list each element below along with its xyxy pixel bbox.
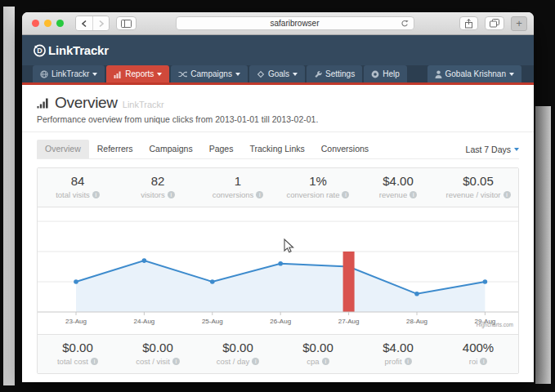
back-button[interactable] (76, 16, 92, 30)
page-title-suffix: LinkTrackr (123, 100, 164, 109)
info-icon[interactable]: i (172, 358, 180, 365)
stat-value: $0.05 (438, 174, 518, 188)
stat-label: conversion rate (287, 190, 340, 199)
info-icon[interactable]: i (405, 358, 412, 365)
info-icon[interactable]: i (256, 191, 263, 198)
wrench-icon (314, 70, 322, 78)
highcharts-credit[interactable]: Highcharts.com (477, 322, 513, 327)
tab-tracking-links[interactable]: Tracking Links (241, 140, 312, 158)
stat-value: 1% (278, 174, 358, 188)
tab-pages[interactable]: Pages (201, 140, 242, 158)
x-axis-label: 27-Aug (338, 318, 360, 325)
sidebar-button[interactable] (116, 16, 137, 30)
nav-item-settings[interactable]: Settings (307, 65, 362, 82)
stat-roi: 400% roii (438, 341, 518, 366)
stat-value: $0.00 (278, 341, 358, 354)
logo-d-icon: D (33, 43, 47, 57)
stat-label: total cost (57, 357, 88, 366)
tabs-icon (490, 19, 499, 28)
page-header: Overview LinkTrackr Performance overview… (22, 85, 534, 132)
info-icon[interactable]: i (410, 191, 417, 198)
x-axis-label: 23-Aug (65, 318, 87, 325)
browser-window: safaribrowser + D LinkTrackr (22, 12, 534, 382)
stat-cost-per-visit: $0.00 cost / visiti (118, 341, 198, 366)
stat-revenue: $4.00 revenuei (358, 174, 438, 199)
stat-total-visits: 84 total visitsi (38, 174, 118, 199)
stat-label: cost / day (217, 357, 250, 366)
nav-item-goals[interactable]: Goals (249, 65, 305, 82)
x-axis-label: 26-Aug (270, 318, 291, 325)
nav-item-campaigns[interactable]: Campaigns (171, 65, 248, 82)
close-window-button[interactable] (32, 20, 39, 27)
info-icon[interactable]: i (480, 358, 487, 365)
forward-button[interactable] (92, 16, 109, 30)
stats-row-bottom: $0.00 total costi $0.00 cost / visiti $0… (38, 334, 518, 373)
nav-item-help[interactable]: Help (364, 65, 407, 82)
logo-text: LinkTrackr (48, 43, 109, 57)
stat-value: 1 (198, 174, 278, 188)
tab-overview[interactable]: Overview (37, 140, 89, 158)
main-nav: LinkTrackr Reports Campaigns (22, 65, 534, 82)
share-icon (464, 19, 473, 29)
page-title: Overview (55, 94, 118, 112)
user-menu[interactable]: Gobala Krishnan (427, 65, 522, 82)
tab-conversions[interactable]: Conversions (313, 140, 377, 158)
info-icon[interactable]: i (322, 358, 329, 365)
info-icon[interactable]: i (168, 191, 175, 198)
bar-chart-icon (114, 70, 122, 78)
svg-text:D: D (37, 47, 43, 55)
date-range-label: Last 7 Days (466, 145, 511, 154)
minimize-window-button[interactable] (44, 20, 51, 27)
stat-value: $0.00 (118, 341, 198, 354)
info-icon[interactable]: i (504, 191, 511, 198)
new-tab-button[interactable]: + (511, 16, 527, 31)
sidebar-icon (121, 20, 132, 28)
stat-value: $0.00 (198, 341, 278, 354)
desktop-background: safaribrowser + D LinkTrackr (0, 0, 555, 392)
date-range-selector[interactable]: Last 7 Days (466, 145, 519, 154)
page-content: Overview LinkTrackr Performance overview… (22, 85, 534, 382)
nav-item-reports[interactable]: Reports (106, 65, 169, 82)
caret-down-icon (293, 73, 298, 76)
refresh-icon[interactable] (401, 20, 409, 28)
caret-down-icon (92, 73, 97, 76)
stat-label: revenue (379, 190, 407, 199)
linktrackr-logo[interactable]: D LinkTrackr (33, 43, 109, 57)
info-icon[interactable]: i (92, 191, 100, 198)
nav-label: Goals (268, 69, 289, 78)
info-icon[interactable]: i (91, 358, 98, 365)
x-axis-label: 28-Aug (406, 318, 427, 325)
address-bar[interactable]: safaribrowser (176, 16, 414, 30)
history-nav-group (75, 16, 110, 31)
stat-label: profit (384, 357, 401, 366)
tab-referrers[interactable]: Referrers (89, 140, 141, 158)
nav-item-linktrackr[interactable]: LinkTrackr (33, 65, 105, 82)
stat-cost-per-day: $0.00 cost / dayi (198, 341, 278, 366)
stat-cpa: $0.00 cpai (278, 341, 358, 366)
globe-icon (40, 70, 48, 78)
chevron-left-icon (81, 20, 87, 28)
stat-label: cost / visit (136, 357, 170, 366)
nav-label: Campaigns (190, 69, 232, 78)
stat-value: 400% (438, 341, 518, 354)
info-icon[interactable]: i (342, 191, 349, 198)
info-icon[interactable]: i (252, 358, 259, 365)
nav-label: Settings (325, 69, 355, 78)
tab-campaigns[interactable]: Campaigns (141, 140, 201, 158)
report-tabs: Overview Referrers Campaigns Pages Track… (37, 140, 519, 159)
stat-value: $4.00 (358, 341, 438, 354)
nav-label: LinkTrackr (51, 69, 89, 78)
x-axis-label: 24-Aug (134, 318, 155, 325)
site-header: D LinkTrackr (22, 35, 534, 65)
background-window-sliver-left (3, 7, 15, 385)
caret-down-icon (235, 73, 240, 76)
zoom-window-button[interactable] (56, 20, 64, 27)
nav-label: Reports (125, 69, 154, 78)
stats-and-chart-panel: 84 total visitsi 82 visitorsi 1 conversi… (37, 167, 519, 374)
stat-value: 82 (118, 174, 198, 188)
stat-profit: $4.00 profiti (358, 341, 438, 366)
share-button[interactable] (459, 16, 478, 30)
stat-conversion-rate: 1% conversion ratei (278, 174, 358, 199)
visits-chart[interactable]: 23-Aug24-Aug25-Aug26-Aug27-Aug28-Aug29-A… (38, 207, 518, 334)
tab-overview-button[interactable] (485, 16, 504, 30)
